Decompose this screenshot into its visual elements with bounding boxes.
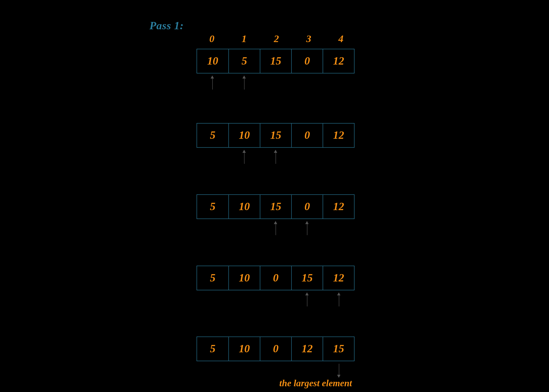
annotation-largest: the largest element <box>279 378 352 389</box>
array-cell: 10 <box>228 124 260 147</box>
compare-arrow-icon <box>339 293 339 307</box>
compare-arrow-icon <box>244 76 244 90</box>
array-cell: 10 <box>197 49 228 73</box>
array-row: 51001215 <box>197 337 354 361</box>
compare-arrow-icon <box>244 150 244 164</box>
array-cell: 15 <box>291 266 323 290</box>
index-row: 01234 <box>196 33 357 45</box>
compare-arrow-icon <box>212 76 213 90</box>
array-row: 51001512 <box>197 266 354 290</box>
array-row: 51015012 <box>197 123 354 148</box>
array-row: 10515012 <box>197 49 354 73</box>
array-cell: 0 <box>291 195 323 218</box>
array-cell: 15 <box>323 337 354 361</box>
compare-arrow-icon <box>276 150 276 164</box>
array-cell: 5 <box>228 49 260 73</box>
index-label: 2 <box>260 33 293 45</box>
array-cell: 5 <box>197 195 228 218</box>
array-cell: 12 <box>323 49 354 73</box>
array-cell: 5 <box>197 124 228 147</box>
array-cell: 5 <box>197 337 228 361</box>
array-cell: 12 <box>291 337 323 361</box>
array-row: 51015012 <box>197 194 354 219</box>
array-cell: 12 <box>323 124 354 147</box>
index-label: 4 <box>325 33 357 45</box>
array-cell: 12 <box>323 266 354 290</box>
array-cell: 0 <box>291 124 323 147</box>
pass-title: Pass 1: <box>150 20 184 32</box>
array-cell: 0 <box>260 337 291 361</box>
array-cell: 10 <box>228 195 260 218</box>
array-cell: 15 <box>260 49 291 73</box>
array-cell: 15 <box>260 124 291 147</box>
array-cell: 5 <box>197 266 228 290</box>
array-cell: 10 <box>228 337 260 361</box>
array-cell: 10 <box>228 266 260 290</box>
array-cell: 0 <box>291 49 323 73</box>
result-arrow-icon <box>339 364 339 377</box>
compare-arrow-icon <box>307 222 308 235</box>
index-label: 3 <box>293 33 325 45</box>
array-cell: 12 <box>323 195 354 218</box>
compare-arrow-icon <box>276 222 276 235</box>
index-label: 1 <box>228 33 260 45</box>
array-cell: 15 <box>260 195 291 218</box>
array-cell: 0 <box>260 266 291 290</box>
index-label: 0 <box>196 33 228 45</box>
compare-arrow-icon <box>307 293 308 307</box>
